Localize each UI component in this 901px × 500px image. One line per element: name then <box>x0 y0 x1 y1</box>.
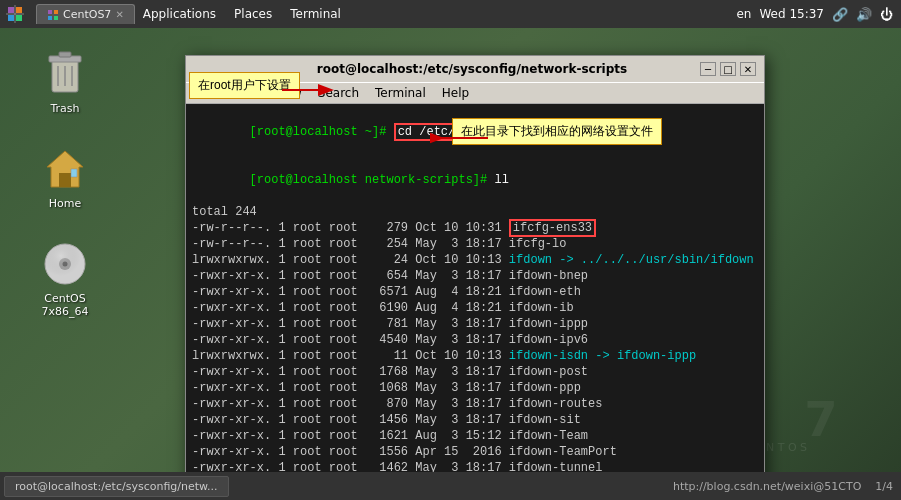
trash-label: Trash <box>50 102 79 115</box>
prompt-1: [root@localhost ~]# <box>250 125 394 139</box>
terminal-controls: ─ □ ✕ <box>700 62 756 76</box>
home-label: Home <box>49 197 81 210</box>
terminal-line-4: -rw-r--r--. 1 root root 254 May 3 18:17 … <box>192 236 758 252</box>
centos-drive-icon-item[interactable]: CentOS 7x86_64 <box>30 240 100 318</box>
callout-root-setup: 在root用户下设置 <box>189 72 300 99</box>
desktop-icons: Trash Home <box>30 50 100 318</box>
svg-rect-0 <box>8 7 14 13</box>
terminal-line-11: lrwxrwxrwx. 1 root root 11 Oct 10 10:13 … <box>192 348 758 364</box>
terminal-line-14: -rwxr-xr-x. 1 root root 870 May 3 18:17 … <box>192 396 758 412</box>
centos-watermark: 7 N T O S <box>761 356 881 460</box>
centos-logo-icon <box>4 3 26 25</box>
taskbar-top: CentOS7 ✕ Applications Places Terminal e… <box>0 0 901 28</box>
terminal-line-5: lrwxrwxrwx. 1 root root 24 Oct 10 10:13 … <box>192 252 758 268</box>
places-menu[interactable]: Places <box>226 4 280 24</box>
tab-close-icon[interactable]: ✕ <box>115 9 123 20</box>
prompt-2: [root@localhost network-scripts]# <box>250 173 495 187</box>
clock: Wed 15:37 <box>759 7 824 21</box>
taskbar-bottom: root@localhost:/etc/sysconfig/netw... ht… <box>0 472 901 500</box>
terminal-line-13: -rwxr-xr-x. 1 root root 1068 May 3 18:17… <box>192 380 758 396</box>
home-icon-item[interactable]: Home <box>30 145 100 210</box>
terminal-line-2: [root@localhost network-scripts]# ll <box>192 156 758 204</box>
terminal-title: root@localhost:/etc/sysconfig/network-sc… <box>244 62 700 76</box>
tab-label: CentOS7 <box>63 8 111 21</box>
terminal-line-10: -rwxr-xr-x. 1 root root 4540 May 3 18:17… <box>192 332 758 348</box>
terminal-line-9: -rwxr-xr-x. 1 root root 781 May 3 18:17 … <box>192 316 758 332</box>
taskbar-right: en Wed 15:37 🔗 🔊 ⏻ <box>736 7 901 22</box>
centos-drive-icon <box>41 240 89 288</box>
svg-rect-3 <box>16 15 22 21</box>
callout-text-2: 在此目录下找到相应的网络设置文件 <box>461 124 653 138</box>
centos7-tab[interactable]: CentOS7 ✕ <box>36 4 135 24</box>
maximize-button[interactable]: □ <box>720 62 736 76</box>
svg-text:N T O S: N T O S <box>766 441 807 454</box>
svg-rect-7 <box>54 10 58 14</box>
desktop: CentOS7 ✕ Applications Places Terminal e… <box>0 0 901 500</box>
svg-rect-2 <box>8 15 14 21</box>
cmd-ll: ll <box>494 173 508 187</box>
callout-network-files: 在此目录下找到相应的网络设置文件 <box>452 118 662 145</box>
close-button[interactable]: ✕ <box>740 62 756 76</box>
terminal-menu[interactable]: Terminal <box>282 4 349 24</box>
svg-point-22 <box>45 244 85 284</box>
terminal-line-17: -rwxr-xr-x. 1 root root 1556 Apr 15 2016… <box>192 444 758 460</box>
svg-rect-8 <box>48 16 52 20</box>
centos-drive-label: CentOS 7x86_64 <box>30 292 100 318</box>
taskbar-bottom-url: http://blog.csdn.net/weixi@51CTO 1/4 <box>673 480 901 493</box>
terminal-line-16: -rwxr-xr-x. 1 root root 1621 Aug 3 15:12… <box>192 428 758 444</box>
callout-text-1: 在root用户下设置 <box>198 78 291 92</box>
svg-rect-6 <box>48 10 52 14</box>
terminal-line-8: -rwxr-xr-x. 1 root root 6190 Aug 4 18:21… <box>192 300 758 316</box>
volume-icon[interactable]: 🔊 <box>856 7 872 22</box>
svg-rect-18 <box>71 169 77 177</box>
network-icon[interactable]: 🔗 <box>832 7 848 22</box>
locale-indicator: en <box>736 7 751 21</box>
terminal-line-12: -rwxr-xr-x. 1 root root 1768 May 3 18:17… <box>192 364 758 380</box>
centos-tab-icon <box>47 9 59 21</box>
terminal-line-total: total 244 <box>192 204 758 220</box>
taskbar-menu: Applications Places Terminal <box>135 4 349 24</box>
trash-icon-item[interactable]: Trash <box>30 50 100 115</box>
terminal-line-3: -rw-r--r--. 1 root root 279 Oct 10 10:31… <box>192 220 758 236</box>
minimize-button[interactable]: ─ <box>700 62 716 76</box>
terminal-line-15: -rwxr-xr-x. 1 root root 1456 May 3 18:17… <box>192 412 758 428</box>
terminal-line-7: -rwxr-xr-x. 1 root root 6571 Aug 4 18:21… <box>192 284 758 300</box>
terminal-menu-item[interactable]: Terminal <box>367 84 434 102</box>
svg-rect-9 <box>54 16 58 20</box>
ifcfg-ens33-highlight: ifcfg-ens33 <box>509 219 596 237</box>
trash-icon <box>41 50 89 98</box>
svg-text:7: 7 <box>804 391 837 447</box>
terminal-body[interactable]: [root@localhost ~]# cd /etc/sysconfig/ne… <box>186 104 764 500</box>
applications-menu[interactable]: Applications <box>135 4 224 24</box>
svg-rect-17 <box>59 173 71 187</box>
power-icon[interactable]: ⏻ <box>880 7 893 22</box>
taskbar-bottom-terminal[interactable]: root@localhost:/etc/sysconfig/netw... <box>4 476 229 497</box>
svg-rect-12 <box>59 52 71 57</box>
home-icon <box>41 145 89 193</box>
search-menu[interactable]: Search <box>310 84 367 102</box>
terminal-line-6: -rwxr-xr-x. 1 root root 654 May 3 18:17 … <box>192 268 758 284</box>
svg-rect-1 <box>16 7 22 13</box>
help-menu[interactable]: Help <box>434 84 477 102</box>
